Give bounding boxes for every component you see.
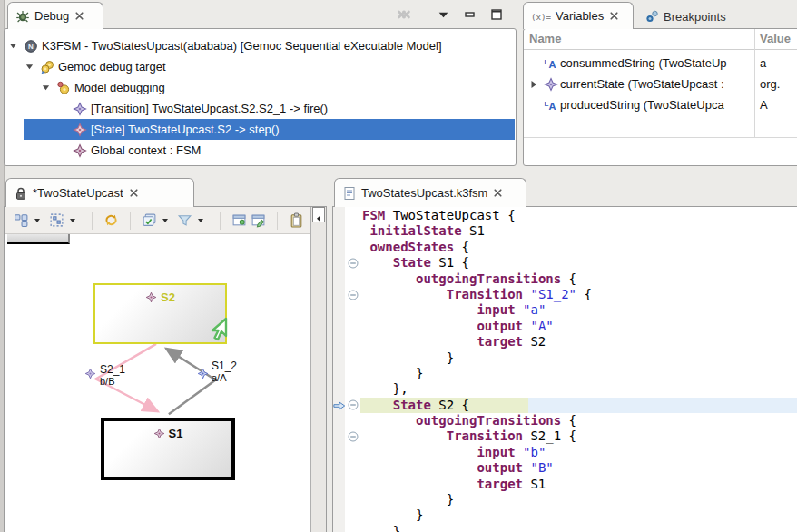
tree-item[interactable]: Global context : FSM [5,140,515,161]
tab-breakpoints[interactable]: Breakpoints [637,4,743,29]
debug-tree-body: NK3FSM - TwoStatesUpcast(abababa) [Gemoc… [4,28,517,166]
debug-view: Debug NK3FSM - TwoStatesUpcast(abababa) … [4,2,517,166]
tree-item[interactable]: [State] TwoStateUpcast.S2 -> step() [5,119,515,140]
layers-icon[interactable] [142,212,157,228]
expander-icon[interactable] [9,42,24,51]
filter-icon[interactable] [177,212,192,228]
toolbar-separator [220,212,221,230]
close-icon[interactable] [608,10,620,22]
code-line: output "B" [360,460,797,476]
transition-S2_1-label[interactable]: S2_1 b/B [100,364,125,388]
diagram-editor: *TwoStateUpcast [4,178,327,532]
tab-breakpoints-label: Breakpoints [664,10,726,24]
code-line: } [360,507,797,523]
diagram-canvas[interactable]: S2 S1 S2_1 b/B S1_2 [5,234,310,532]
expander-icon[interactable] [529,80,538,89]
clipboard-icon[interactable] [289,212,304,228]
fold-minus-icon[interactable] [348,258,359,269]
variable-name: consummedString (TwoStateUp [560,56,753,70]
expander-icon[interactable] [42,84,56,93]
tab-k3fsm[interactable]: TwoStatesUpcast.k3fsm [334,178,526,207]
toolbar-separator [92,212,93,230]
variables-view: (x)= Variables Breakpoints Name Value LA… [523,2,797,166]
tree-item-label: Global context : FSM [91,143,201,157]
code-line: } [360,366,797,381]
state-S2-label: S2 [161,291,175,304]
tab-variables[interactable]: (x)= Variables [523,2,634,29]
tree-item-label: K3FSM - TwoStatesUpcast(abababa) [Gemoc … [42,39,442,53]
transition-S1_2-label[interactable]: S1_2 a/A [212,360,237,384]
code-area[interactable]: FSM TwoStateUpcast { initialState S1 own… [360,208,797,532]
column-value[interactable]: Value [760,32,791,45]
variables-table: Name Value LAconsummedString (TwoStateUp… [523,28,797,166]
toolbar-separator [277,212,278,230]
maximize-icon[interactable] [490,7,503,22]
code-line: target S1 [360,477,797,492]
tree-item[interactable]: NK3FSM - TwoStatesUpcast(abababa) [Gemoc… [5,35,515,56]
fold-minus-icon[interactable] [348,290,359,300]
svg-text:N: N [28,43,34,51]
transition-S1_2-icon[interactable] [197,367,209,379]
current-line-highlight [528,398,797,413]
state-S1[interactable]: S1 [101,418,235,480]
tree-item[interactable]: [Transition] TwoStateUpcast.S2.S2_1 -> f… [5,98,515,119]
dropdown-arrow-icon[interactable] [34,219,40,222]
code-line: output "A" [360,319,797,334]
state-S1-label: S1 [169,427,183,440]
expander-icon[interactable] [25,63,40,72]
breakpoints-icon [644,9,659,24]
fold-minus-icon[interactable] [348,431,359,442]
toolbar-separator [130,212,131,230]
minimize-icon[interactable] [464,7,477,22]
code-line: Transition "S1_2" { [360,287,797,302]
eclipse-workbench: Debug NK3FSM - TwoStatesUpcast(abababa) … [0,0,797,532]
remove-all-terminated-icon[interactable] [396,7,412,22]
view-menu-icon[interactable] [438,7,449,22]
tab-debug-label: Debug [34,9,69,23]
layout-icon[interactable] [14,212,29,228]
refresh-icon[interactable] [103,212,119,228]
dropdown-arrow-icon[interactable] [198,219,203,222]
dropdown-arrow-icon[interactable] [162,219,168,222]
code-line: initialState S1 [360,223,797,239]
transition-S2_1-icon[interactable] [84,367,96,379]
variable-row[interactable]: currentState (TwoStateUpcast :org. [524,74,797,94]
variable-row[interactable]: LAproducedString (TwoStateUpcaA [524,94,797,115]
state-diamond-icon [153,428,165,439]
export-image-icon[interactable] [231,212,247,228]
code-line: ownedStates { [360,240,797,255]
close-icon[interactable] [74,10,85,22]
code-line: FSM TwoStateUpcast { [360,208,797,223]
column-name[interactable]: Name [529,32,561,45]
code-line: } [360,492,797,507]
tree-item[interactable]: Model debugging [5,77,515,98]
tree-item-label: Model debugging [74,81,165,94]
dropdown-arrow-icon[interactable] [70,219,75,222]
code-line: } [360,524,797,532]
fold-minus-icon[interactable] [348,399,359,410]
green-cursor-icon [201,317,230,346]
code-line: State S2 { [360,398,797,413]
code-line: outgoingTransitions { [360,413,797,429]
tab-diagram[interactable]: *TwoStateUpcast [5,178,194,207]
marquee-select-icon[interactable] [49,212,64,228]
state-diamond-icon [145,291,157,303]
close-icon[interactable] [128,187,140,199]
tree-item[interactable]: Gemoc debug target [5,56,515,77]
editor-body[interactable]: FSM TwoStateUpcast { initialState S1 own… [332,206,797,532]
transition-edges[interactable] [5,234,310,532]
thread-icon [56,81,71,95]
variable-row[interactable]: LAconsummedString (TwoStateUpa [524,53,797,74]
expander-spacer [58,125,73,134]
palette-collapse-button[interactable] [312,207,325,222]
edit-diagram-icon[interactable] [251,212,266,228]
rows-bottom-line [524,137,797,138]
tree-item-label: [State] TwoStateUpcast.S2 -> step() [91,123,280,136]
tab-debug[interactable]: Debug [7,2,103,29]
lock-icon [14,186,28,201]
diagram-body: S2 S1 S2_1 b/B S1_2 [4,206,327,532]
variable-name: producedString (TwoStateUpca [560,98,753,112]
close-icon[interactable] [492,187,504,199]
tree-item-label: [Transition] TwoStateUpcast.S2.S2_1 -> f… [91,102,328,115]
palette-strip [310,207,326,532]
